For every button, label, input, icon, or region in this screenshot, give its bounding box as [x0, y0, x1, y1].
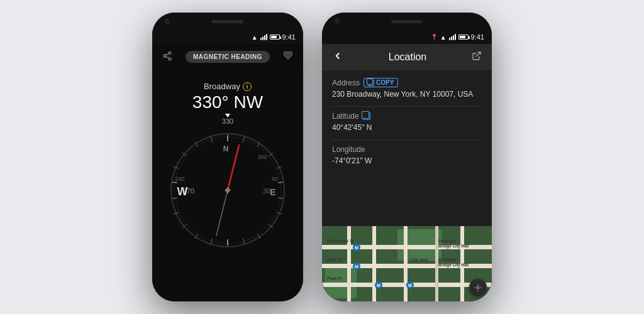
status-time-left: 9:41 — [282, 33, 296, 41]
copy-address-button[interactable]: COPY — [364, 78, 398, 87]
share-icon[interactable] — [162, 51, 172, 63]
phone-top-bar-left — [152, 13, 303, 30]
svg-line-30 — [216, 190, 228, 236]
svg-point-0 — [169, 51, 171, 54]
svg-line-13 — [278, 198, 283, 198]
svg-text:Park Pl: Park Pl — [327, 257, 342, 262]
address-label-row: Address COPY — [332, 78, 482, 87]
heart-icon[interactable] — [283, 50, 293, 63]
svg-point-2 — [169, 57, 171, 60]
svg-text:M: M — [355, 264, 358, 269]
svg-text:M: M — [408, 283, 412, 288]
svg-line-4 — [166, 53, 169, 55]
front-camera-right — [335, 19, 340, 24]
latitude-label-row: Latitude — [332, 112, 482, 121]
phone-left: ▲ 9:41 MAGNETIC HE — [152, 13, 303, 301]
svg-text:Park Pl: Park Pl — [327, 276, 342, 281]
svg-text:300: 300 — [257, 154, 267, 160]
phone-right: 📍 ▲ 9:41 Location — [322, 13, 492, 301]
copy-address-label: COPY — [376, 79, 394, 86]
latitude-value: 40°42'45" N — [332, 123, 482, 132]
address-field: Address COPY 230 Broadway, New York, NY … — [332, 78, 482, 99]
phones-container: ▲ 9:41 MAGNETIC HE — [140, 0, 504, 314]
location-content: Address COPY 230 Broadway, New York, NY … — [322, 70, 492, 226]
address-value: 230 Broadway, New York, NY 10007, USA — [332, 90, 482, 99]
location-title: Location — [389, 51, 427, 63]
heading-pill: MAGNETIC HEADING — [186, 51, 270, 63]
status-time-right: 9:41 — [471, 33, 484, 41]
svg-text:M: M — [355, 246, 358, 250]
front-camera-left — [165, 19, 170, 24]
compass-degree-marker: 330 — [222, 114, 233, 125]
longitude-value: -74°0'21" W — [332, 156, 482, 165]
compass-toolbar: MAGNETIC HEADING — [152, 44, 303, 69]
address-label: Address — [332, 78, 360, 87]
svg-text:Bridge City Hall: Bridge City Hall — [438, 263, 469, 268]
longitude-label-row: Longitude — [332, 145, 482, 154]
compass-degree-num: 330 — [222, 117, 233, 125]
wifi-icon: ▲ — [252, 34, 258, 41]
svg-text:M: M — [377, 283, 380, 288]
svg-point-70 — [477, 286, 479, 289]
latitude-field: Latitude 40°42'45" N — [332, 112, 482, 132]
svg-line-23 — [172, 198, 177, 198]
copy-icon-address — [368, 80, 374, 86]
copy-latitude-button[interactable] — [363, 112, 370, 120]
svg-line-24 — [172, 182, 177, 183]
external-link-icon[interactable] — [472, 51, 482, 63]
svg-text:N: N — [223, 144, 229, 153]
phone-top-bar-right — [322, 13, 492, 30]
compass-location-info: Broadway i 330° NW 330 — [192, 82, 263, 125]
svg-line-3 — [166, 57, 169, 58]
heading-label: MAGNETIC HEADING — [193, 53, 262, 60]
map-svg: Chambers St Park Pl City Hall Park Pl Br… — [322, 226, 492, 301]
battery-icon-right — [458, 35, 469, 40]
status-bar-right: 📍 ▲ 9:41 — [322, 30, 492, 44]
svg-text:Bridge City Hall: Bridge City Hall — [438, 244, 469, 249]
phone-speaker-left — [212, 20, 243, 23]
phone-speaker-right — [391, 20, 423, 23]
street-name: Broadway — [204, 82, 240, 91]
svg-rect-51 — [404, 226, 408, 301]
svg-text:E: E — [270, 187, 275, 197]
wifi-icon-right: ▲ — [440, 34, 447, 41]
signal-icon-right — [449, 34, 456, 40]
status-bar-left: ▲ 9:41 — [152, 30, 303, 44]
svg-line-29 — [228, 145, 239, 190]
svg-text:Chambers St: Chambers St — [327, 239, 355, 243]
compass-direction: 330° NW — [192, 92, 263, 112]
compass-screen: MAGNETIC HEADING Broadway i 330° NW 330 — [152, 44, 303, 301]
svg-text:30: 30 — [263, 187, 270, 195]
svg-rect-49 — [347, 226, 351, 301]
divider-1 — [332, 106, 482, 107]
location-screen: Location Address COPY — [322, 44, 492, 301]
svg-text:W: W — [177, 185, 188, 198]
svg-text:60: 60 — [272, 176, 278, 182]
compass-street-row: Broadway i — [204, 82, 252, 91]
map-area: Chambers St Park Pl City Hall Park Pl Br… — [322, 226, 492, 301]
svg-point-1 — [164, 55, 166, 57]
divider-2 — [332, 139, 482, 140]
svg-text:Brooklyn: Brooklyn — [438, 257, 456, 263]
latitude-label: Latitude — [332, 112, 359, 121]
location-fab[interactable] — [469, 279, 487, 296]
compass-svg: N 30 60 300 270 240 W E — [165, 127, 291, 253]
svg-rect-45 — [325, 264, 357, 298]
longitude-label: Longitude — [332, 145, 365, 154]
svg-text:City Hall: City Hall — [410, 257, 428, 263]
svg-text:Brooklyn: Brooklyn — [438, 239, 456, 244]
info-circle-icon[interactable]: i — [243, 82, 252, 91]
svg-text:240: 240 — [175, 176, 184, 182]
compass-circle: N 30 60 300 270 240 W E — [165, 127, 291, 253]
svg-line-12 — [278, 182, 283, 183]
svg-rect-50 — [372, 226, 376, 301]
location-header: Location — [322, 44, 492, 70]
signal-icon-left — [260, 34, 267, 40]
location-pin-icon: 📍 — [431, 34, 438, 40]
svg-line-42 — [476, 52, 480, 57]
battery-icon-left — [270, 35, 280, 40]
back-arrow-icon[interactable] — [332, 50, 343, 64]
longitude-field: Longitude -74°0'21" W — [332, 145, 482, 165]
